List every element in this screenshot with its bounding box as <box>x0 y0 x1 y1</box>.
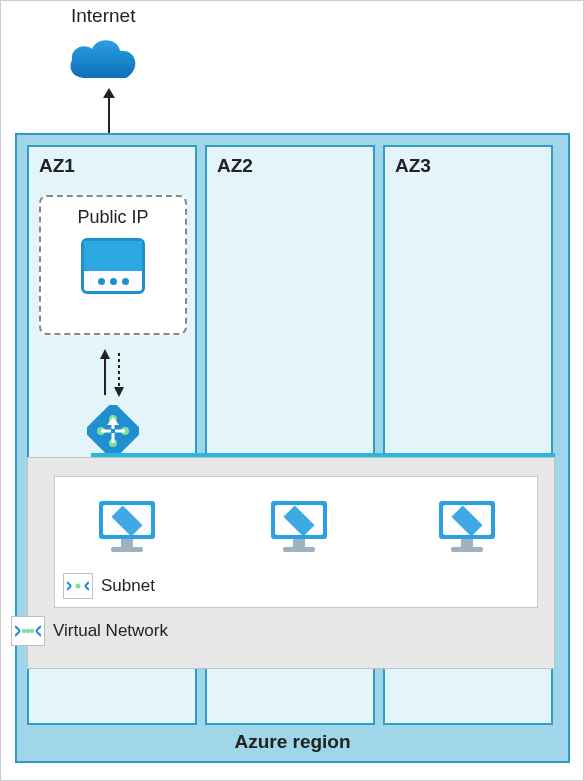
az3-label: AZ3 <box>395 155 431 177</box>
svg-marker-1 <box>103 88 115 98</box>
subnet-tag: Subnet <box>63 573 155 599</box>
internet-label: Internet <box>71 5 135 27</box>
svg-rect-19 <box>293 539 305 547</box>
svg-rect-24 <box>461 539 473 547</box>
vm-icon <box>435 495 499 559</box>
vnet-tag: Virtual Network <box>11 616 168 646</box>
vnet-icon <box>11 616 45 646</box>
svg-point-29 <box>30 629 34 633</box>
svg-marker-3 <box>100 349 110 359</box>
diagram-canvas: Internet AZ1 Public IP <box>1 1 583 780</box>
az1-label: AZ1 <box>39 155 75 177</box>
az2-label: AZ2 <box>217 155 253 177</box>
vm-icon <box>267 495 331 559</box>
vm-icon <box>95 495 159 559</box>
subnet: Subnet <box>54 476 538 608</box>
vnet-label: Virtual Network <box>53 621 168 641</box>
subnet-icon <box>63 573 93 599</box>
svg-rect-15 <box>111 547 143 552</box>
arrow-up-icon <box>103 88 115 138</box>
public-ip-label: Public IP <box>77 207 148 228</box>
azure-region: AZ1 Public IP <box>15 133 570 763</box>
svg-point-26 <box>76 584 81 589</box>
svg-marker-5 <box>114 387 124 397</box>
svg-point-27 <box>22 629 26 633</box>
bidirectional-arrows-icon <box>93 347 133 399</box>
public-ip-icon <box>81 238 145 294</box>
svg-rect-20 <box>283 547 315 552</box>
svg-rect-25 <box>451 547 483 552</box>
public-ip-box: Public IP <box>39 195 187 335</box>
svg-rect-14 <box>121 539 133 547</box>
region-label: Azure region <box>17 731 568 753</box>
load-balancer-icon <box>87 405 139 457</box>
svg-point-28 <box>26 629 30 633</box>
svg-rect-6 <box>87 405 139 457</box>
virtual-network: Subnet Virtual Network <box>27 457 555 669</box>
subnet-label: Subnet <box>101 576 155 596</box>
cloud-icon <box>64 33 144 88</box>
